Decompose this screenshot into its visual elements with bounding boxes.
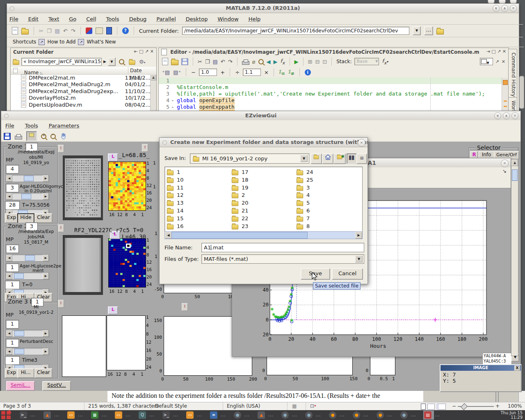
semilog-button[interactable]: SemiL...: [6, 381, 35, 391]
taskbar-icon-search-tool[interactable]: Q: [138, 411, 147, 420]
results-close-button[interactable]: ✕: [501, 160, 509, 167]
files-of-type-dropdown[interactable]: MAT-files (*.mat) ▼: [201, 254, 364, 264]
taskbar-icon-matlab[interactable]: ▲: [257, 411, 266, 420]
zoom-in-text-icon[interactable]: +: [220, 69, 225, 75]
taskbar-icon-matlab[interactable]: ▲: [43, 411, 52, 420]
zone-field-3[interactable]: 28: [5, 201, 20, 210]
editor-print-icon[interactable]: [242, 61, 249, 65]
table-row[interactable]: DMPexcel2mat_MediaDrug2exp...11/10/2...: [11, 88, 151, 94]
folder-name[interactable]: 6: [306, 208, 310, 214]
folder-item[interactable]: 24: [296, 169, 358, 176]
browse-folder-button[interactable]: …: [424, 26, 433, 35]
folder-item[interactable]: 18: [231, 176, 293, 183]
ezview-menu-parameters[interactable]: Parameters: [49, 123, 79, 129]
zone-detach-button[interactable]: I: [58, 300, 64, 308]
row-detach-button[interactable]: I: [142, 144, 148, 152]
slider-left-icon[interactable]: ◀: [6, 273, 12, 279]
current-folder-input[interactable]: /media/data/EASY/InovImager_jwrCF_WINLin…: [182, 27, 409, 35]
taskbar-icon-firefox[interactable]: ●: [328, 411, 337, 420]
folder-item-clipped[interactable]: [361, 176, 363, 183]
how-to-add-link[interactable]: How to Add: [47, 39, 75, 45]
scrollbar-thumb[interactable]: [512, 169, 518, 181]
undock-icon[interactable]: ↗: [145, 49, 148, 54]
zone-button-clear[interactable]: Clear: [34, 213, 52, 223]
dialog-close-button[interactable]: ✕: [358, 139, 365, 147]
zone-field-3[interactable]: 1: [5, 356, 20, 365]
ezview-maximize-button[interactable]: ∧: [503, 112, 510, 119]
slider-thumb[interactable]: [14, 273, 24, 279]
editor-paste-icon[interactable]: ▤: [213, 59, 218, 65]
zoom-out-text-icon[interactable]: −: [191, 69, 196, 75]
folder-item[interactable]: 7: [296, 215, 358, 222]
menu-go[interactable]: Go: [69, 16, 76, 22]
folder-name[interactable]: 22: [242, 215, 249, 221]
file-name-input[interactable]: A1.mat: [201, 243, 364, 252]
folder-name[interactable]: 19: [242, 185, 249, 191]
increase-indent-icon[interactable]: ⁺▤: [162, 69, 170, 75]
taskbar-icon-terminal[interactable]: >_: [162, 411, 171, 420]
breadcrumb-dropdown[interactable]: ▼: [108, 57, 116, 66]
table-row[interactable]: DMPexcel2mat_MediaDrug2.m04/01/2...: [11, 81, 151, 88]
scroll-up-icon[interactable]: ▲: [151, 74, 156, 80]
slider-thumb[interactable]: [24, 176, 34, 181]
folder-item[interactable]: 21: [231, 207, 293, 214]
folder-name[interactable]: 8: [306, 223, 310, 229]
folder-item[interactable]: 19: [231, 184, 293, 191]
code-line[interactable]: 4-global openExpfile: [159, 97, 502, 104]
folder-item[interactable]: 14: [167, 207, 228, 214]
folder-name[interactable]: 12: [177, 192, 184, 198]
selection-mode-icon[interactable]: ▦: [292, 403, 297, 409]
tab-command-history[interactable]: Command History: [508, 49, 517, 100]
folder-name[interactable]: 5: [306, 200, 310, 206]
file-name[interactable]: DMPexcel2mat.m: [29, 75, 123, 81]
image-window-titlebar[interactable]: IMAGE X: [441, 365, 521, 371]
taskbar-icon-firefox[interactable]: ●: [376, 411, 385, 420]
code-area[interactable]: 12%EstartConsole.m3%[file,path] = uiputf…: [159, 78, 502, 112]
close-panel-icon[interactable]: ✕: [150, 49, 154, 54]
page-style[interactable]: Default Style: [155, 403, 187, 409]
writer-scrollbar[interactable]: [518, 391, 525, 402]
editor-redo-icon[interactable]: ↷: [228, 59, 233, 65]
right-scrollbar[interactable]: ▲: [511, 159, 518, 356]
matlab-titlebar[interactable]: MATLAB 7.12.0 (R2011a) ∨ ∧ ✕: [7, 4, 519, 13]
taskbar-icon-writer[interactable]: ≡: [209, 411, 218, 420]
ezview-close-button[interactable]: ✕: [511, 112, 518, 119]
zone-detach-button[interactable]: I: [58, 224, 64, 232]
maximize-button[interactable]: ∧: [501, 5, 508, 12]
dock-icon[interactable]: ⇥: [486, 49, 490, 54]
folder-name[interactable]: 20: [242, 200, 249, 206]
folder-item[interactable]: 17: [231, 169, 293, 176]
taskbar-icon-writer-active[interactable]: ▤: [423, 411, 434, 420]
info-icon[interactable]: i: [305, 69, 311, 75]
menu-cell[interactable]: Cell: [86, 16, 96, 22]
file-table-header[interactable]: Name ◺ Date Mod...: [11, 67, 156, 75]
search-icon[interactable]: [119, 59, 124, 64]
taskbar-icon-app[interactable]: ●: [399, 411, 409, 420]
stack-dropdown[interactable]: Base ▼: [354, 58, 379, 65]
undo-icon[interactable]: ↶: [63, 28, 68, 34]
whats-new-icon[interactable]: ↗: [78, 39, 84, 45]
taskbar-icon-file-manager[interactable]: ▭: [185, 411, 194, 420]
file-name[interactable]: DMPexcel2mat_MediaDrug2exp...: [29, 88, 123, 94]
hscroll-right-icon[interactable]: ▶: [355, 232, 362, 239]
zone-button-exp[interactable]: Exp: [5, 213, 18, 223]
zone-slider[interactable]: ◀▶: [6, 193, 49, 200]
uncomment-percent-icon[interactable]: ⁒≢: [288, 68, 294, 76]
folder-item[interactable]: 12: [167, 192, 228, 199]
editor-new-icon[interactable]: [162, 58, 168, 65]
zone-field-3[interactable]: 1: [5, 281, 20, 289]
zone-field-2[interactable]: 1: [6, 263, 19, 272]
ezview-window-menu-icon[interactable]: [4, 114, 9, 118]
menu-help[interactable]: Help: [249, 16, 261, 22]
folder-name[interactable]: 17: [242, 169, 249, 175]
zoom-minus-icon[interactable]: −: [452, 403, 456, 409]
zoom-out-value[interactable]: 1.0: [199, 68, 217, 76]
mlint-indicator[interactable]: [503, 80, 508, 85]
back-icon[interactable]: ◀: [267, 59, 271, 65]
guide-icon[interactable]: [96, 27, 103, 34]
code-line[interactable]: 1: [159, 78, 502, 84]
undock-editor-icon[interactable]: ↗: [497, 49, 501, 54]
folder-item[interactable]: 13: [167, 199, 228, 206]
dialog-titlebar[interactable]: Create new Experiment folder and data st…: [160, 138, 368, 147]
growth-heatmap[interactable]: [108, 162, 146, 211]
